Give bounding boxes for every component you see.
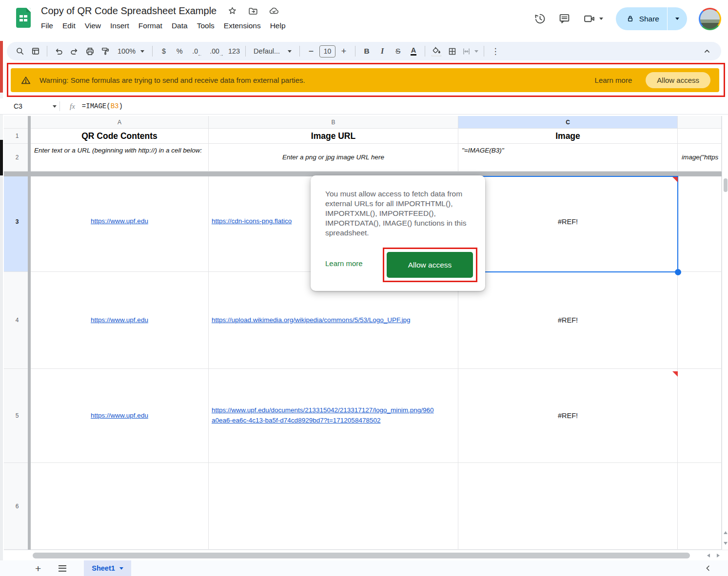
cell-a4[interactable]: https://www.upf.edu <box>31 272 209 369</box>
menu-edit[interactable]: Edit <box>62 21 76 30</box>
cell-a6[interactable] <box>31 463 209 550</box>
cloud-status-icon[interactable] <box>269 6 279 17</box>
share-dropdown-button[interactable] <box>668 7 687 30</box>
dialog-allow-access-button[interactable]: Allow access <box>387 252 473 278</box>
more-formats-icon[interactable]: 123 <box>227 44 241 58</box>
cell-c2[interactable]: "=IMAGE(B3)" <box>458 144 678 172</box>
column-header-c[interactable]: C <box>458 116 678 129</box>
decrease-font-size-icon[interactable]: − <box>304 44 318 58</box>
collapse-panel-icon[interactable] <box>704 564 712 573</box>
scroll-left-icon[interactable] <box>707 554 710 557</box>
vertical-scrollbar-thumb[interactable] <box>724 178 728 192</box>
borders-icon[interactable] <box>445 44 459 58</box>
zoom-select[interactable]: 100% <box>114 47 148 55</box>
menu-insert[interactable]: Insert <box>110 21 129 30</box>
row-header-3[interactable]: 3 <box>4 172 31 272</box>
print-icon[interactable] <box>82 44 97 58</box>
column-header-a[interactable]: A <box>31 116 209 129</box>
undo-icon[interactable] <box>51 44 66 58</box>
cell-b5[interactable]: https://www.upf.edu/documents/213315042/… <box>209 369 458 463</box>
cell-d1[interactable] <box>678 129 722 144</box>
cell-a2[interactable]: Enter text or a URL (beginning with http… <box>31 144 209 172</box>
decrease-decimal-icon[interactable]: .0← <box>188 44 202 58</box>
cell-c6[interactable] <box>458 463 678 550</box>
more-options-icon[interactable]: ⋮ <box>488 44 503 58</box>
italic-icon[interactable]: I <box>375 44 390 58</box>
column-header-b[interactable]: B <box>209 116 458 129</box>
menu-format[interactable]: Format <box>138 21 162 30</box>
star-icon[interactable] <box>227 6 237 17</box>
increase-font-size-icon[interactable]: + <box>336 44 351 58</box>
format-percent-icon[interactable]: % <box>172 44 187 58</box>
horizontal-scrollbar-thumb[interactable] <box>33 553 690 558</box>
menu-extensions[interactable]: Extensions <box>224 21 261 30</box>
banner-allow-access-button[interactable]: Allow access <box>646 72 710 88</box>
video-call-dropdown-icon[interactable] <box>599 18 603 20</box>
cell-a3[interactable]: https://www.upf.edu <box>31 172 209 272</box>
scroll-up-icon[interactable] <box>724 531 728 534</box>
menu-data[interactable]: Data <box>172 21 188 30</box>
increase-decimal-icon[interactable]: .00→ <box>207 44 222 58</box>
menu-view[interactable]: View <box>85 21 101 30</box>
all-sheets-icon[interactable] <box>59 565 66 572</box>
cell-b6[interactable] <box>209 463 458 550</box>
cell-d4[interactable] <box>678 272 722 369</box>
row-header-1[interactable]: 1 <box>4 129 31 144</box>
cell-a1[interactable]: QR Code Contents <box>31 129 209 144</box>
menu-file[interactable]: File <box>41 21 53 30</box>
menu-tools[interactable]: Tools <box>197 21 215 30</box>
banner-learn-more-link[interactable]: Learn more <box>595 76 632 84</box>
frozen-columns-divider[interactable] <box>28 116 31 550</box>
name-box[interactable]: C3 <box>0 102 49 110</box>
formula-input[interactable]: =IMAGE(B3) <box>82 102 123 110</box>
row-header-5[interactable]: 5 <box>4 369 31 463</box>
merge-cells-icon[interactable] <box>460 44 480 58</box>
cell-b2[interactable]: Enter a png or jpg image URL here <box>209 144 458 172</box>
row-header-6[interactable]: 6 <box>4 463 31 550</box>
cell-a5[interactable]: https://www.upf.edu <box>31 369 209 463</box>
font-size-input[interactable]: 10 <box>319 45 335 58</box>
fill-color-icon[interactable] <box>429 44 444 58</box>
document-title[interactable]: Copy of QR Code Spreadsheet Example <box>41 5 216 17</box>
vertical-scrollbar[interactable] <box>722 116 728 550</box>
version-history-icon[interactable] <box>534 13 547 25</box>
cell-c4[interactable]: #REF! <box>458 272 678 369</box>
comments-icon[interactable] <box>558 13 571 25</box>
font-select[interactable]: Defaul... <box>250 47 295 55</box>
menu-help[interactable]: Help <box>270 21 286 30</box>
fill-handle[interactable] <box>675 269 681 275</box>
move-folder-icon[interactable] <box>248 6 258 17</box>
hide-toolbar-icon[interactable] <box>700 44 714 58</box>
scroll-right-icon[interactable] <box>717 554 720 557</box>
sheets-logo-icon[interactable] <box>16 8 31 28</box>
cell-c1[interactable]: Image <box>458 129 678 144</box>
cell-d5[interactable] <box>678 369 722 463</box>
bold-icon[interactable]: B <box>359 44 374 58</box>
name-box-dropdown-icon[interactable] <box>53 105 57 108</box>
row-header-2[interactable]: 2 <box>4 144 31 172</box>
search-menus-icon[interactable] <box>13 44 27 58</box>
share-button[interactable]: Share <box>616 7 667 30</box>
paint-format-icon[interactable] <box>98 44 113 58</box>
scroll-down-icon[interactable] <box>724 542 728 545</box>
format-currency-icon[interactable]: $ <box>157 44 171 58</box>
table-view-icon[interactable] <box>28 44 43 58</box>
horizontal-scrollbar[interactable] <box>4 550 728 560</box>
account-avatar[interactable] <box>699 8 721 30</box>
column-header-d[interactable] <box>678 116 722 129</box>
cell-d2[interactable]: image("https <box>678 144 722 172</box>
dialog-learn-more-link[interactable]: Learn more <box>325 259 363 268</box>
add-sheet-button[interactable]: + <box>35 563 41 574</box>
cell-d3[interactable] <box>678 172 722 272</box>
cell-c5[interactable]: #REF! <box>458 369 678 463</box>
tab-sheet1[interactable]: Sheet1 <box>84 560 131 576</box>
sheet-tab-menu-icon[interactable] <box>119 567 123 570</box>
redo-icon[interactable] <box>67 44 81 58</box>
strikethrough-icon[interactable]: S <box>391 44 405 58</box>
cell-d6[interactable] <box>678 463 722 550</box>
video-call-icon[interactable] <box>583 13 604 25</box>
text-color-icon[interactable]: A <box>406 44 421 58</box>
select-all-corner[interactable] <box>4 116 31 129</box>
cell-c3[interactable]: #REF! <box>458 172 678 272</box>
cell-b1[interactable]: Image URL <box>209 129 458 144</box>
